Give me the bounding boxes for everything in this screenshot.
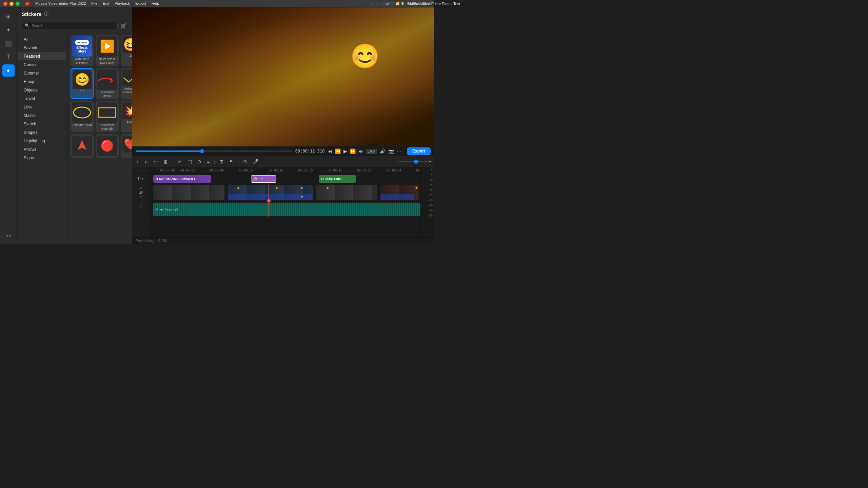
menu-help[interactable]: Help	[152, 1, 159, 6]
skip-end-button[interactable]: ⏭	[358, 148, 363, 154]
divider1	[173, 159, 173, 164]
broll-1[interactable]	[228, 194, 313, 200]
video-more-button[interactable]: ⚙	[140, 195, 142, 198]
video-lock-button[interactable]: 🔊	[139, 191, 143, 194]
sticker-partial3[interactable]: ❤️	[121, 134, 132, 158]
step-back-button[interactable]: ⏪	[335, 148, 341, 154]
maximize-button[interactable]	[16, 2, 20, 6]
timeline-scroll[interactable]: 00:00:00 00:00:03 00:00:06 00:00:09 00:0…	[150, 167, 420, 237]
menu-file[interactable]: File	[92, 1, 98, 6]
zoom-plus-button[interactable]: +	[429, 159, 431, 164]
sticker-store-banner[interactable]: movavi Effects Store Want more stickers?	[71, 35, 94, 66]
ratio-badge[interactable]: 16:9	[366, 149, 377, 154]
sticker-oval[interactable]: Animated oval	[71, 101, 94, 132]
zoom-track[interactable]	[400, 161, 428, 162]
text-track-eye[interactable]: 👁	[141, 177, 144, 181]
cart-icon[interactable]: 🛒	[120, 22, 127, 29]
skip-start-button[interactable]: ⏮	[328, 148, 332, 154]
category-signs[interactable]: Signs	[18, 154, 66, 162]
insert-button[interactable]: ⊞	[218, 158, 225, 165]
sticker-happy[interactable]: 😆 :D	[121, 35, 132, 66]
video-eye-button[interactable]: 👁	[139, 187, 142, 190]
volume-icon[interactable]: 🔊	[380, 148, 386, 154]
menu-app-name[interactable]: Movavi Video Editor Plus 2022	[35, 1, 86, 6]
category-sketch[interactable]: Sketch	[18, 120, 66, 128]
sticker-thumb-store: movavi Effects Store	[72, 36, 92, 57]
broll-2[interactable]	[380, 194, 414, 200]
stickers-body: All Favorites Featured Comics Summer Emo…	[17, 32, 132, 244]
menu-edit[interactable]: Edit	[103, 1, 109, 6]
import-button[interactable]: ⊞	[2, 10, 15, 22]
more-icon[interactable]: ⋯	[397, 148, 401, 154]
category-featured[interactable]: Featured	[18, 52, 66, 60]
sticker-new-store[interactable]: ▶️ NEW sets in Store now!	[96, 35, 119, 66]
category-travel[interactable]: Travel	[18, 95, 66, 103]
clip-face-sticker[interactable]: 😊 ^_^	[251, 175, 276, 183]
crop-button[interactable]: ⬚	[186, 158, 193, 165]
category-favorites[interactable]: Favorites	[18, 44, 66, 52]
menu-apple[interactable]: 🍎	[25, 1, 30, 6]
mic-button[interactable]: 🎤	[251, 158, 260, 165]
sticker-partial2[interactable]: 🔴	[96, 134, 119, 158]
sticker-rect[interactable]: Animated rectangle	[96, 101, 119, 132]
transitions-button[interactable]: ⬛	[2, 37, 15, 49]
redo-button[interactable]: ↪	[153, 158, 159, 165]
play-button[interactable]: ▶	[343, 148, 347, 154]
undo-button[interactable]: ↩	[143, 158, 150, 165]
filters-button[interactable]: ⚏	[2, 229, 15, 241]
flag-button[interactable]: ⚑	[228, 158, 235, 165]
close-button[interactable]	[3, 2, 7, 6]
category-love[interactable]: Love	[18, 103, 66, 111]
category-comics[interactable]: Comics	[18, 61, 66, 69]
sticker-bang[interactable]: 💥 Bang!	[121, 101, 132, 132]
svg-marker-2	[78, 140, 86, 150]
category-masks[interactable]: Masks	[18, 111, 66, 120]
broll-star: ★	[300, 195, 303, 198]
titles-button[interactable]: T	[2, 51, 15, 63]
menu-playback[interactable]: Playback	[115, 1, 130, 6]
minimize-button[interactable]	[9, 2, 14, 6]
category-summer[interactable]: Summer	[18, 69, 66, 77]
step-forward-button[interactable]: ⏩	[350, 148, 356, 154]
effects-button[interactable]: ✦	[2, 24, 15, 36]
category-shapes[interactable]: Shapes	[18, 128, 66, 137]
export-button[interactable]: Export	[407, 147, 431, 155]
db-25: -25	[428, 194, 433, 197]
stickers-info-icon[interactable]: ⓘ	[44, 11, 48, 17]
clip-selfie-title[interactable]: Tt Selfie Time!	[319, 175, 356, 183]
delete-button[interactable]: 🗑	[162, 158, 170, 165]
sticker-partial1[interactable]	[71, 134, 94, 158]
timeline-content: 00:00:00 00:00:03 00:00:06 00:00:09 00:0…	[150, 167, 420, 218]
playhead-top	[267, 199, 271, 203]
video-strip-1[interactable]	[153, 185, 224, 200]
speed-button[interactable]: ⊙	[196, 158, 203, 165]
zoom-minus-button[interactable]: −	[397, 159, 399, 164]
tick-0: 00:00:00	[160, 169, 175, 172]
search-input[interactable]	[32, 24, 115, 28]
sticker-checkmark[interactable]: Animated checkmark	[121, 68, 132, 99]
stickers-button[interactable]: ●	[2, 64, 15, 77]
clip-summer-title[interactable]: Tt MY AMAZING SUMMER I	[153, 175, 211, 183]
category-arrows[interactable]: Arrows	[18, 145, 66, 154]
tick-12: 00:00:12	[269, 169, 283, 172]
zoom-thumb[interactable]	[414, 160, 418, 164]
category-emoji[interactable]: Emoji	[18, 78, 66, 86]
category-objects[interactable]: Objects	[18, 86, 66, 94]
add-track-button[interactable]: +	[135, 158, 140, 165]
video-strip-3[interactable]	[316, 185, 377, 200]
sticker-arrow[interactable]: Animated arrow	[96, 68, 119, 99]
sticker-face-selected[interactable]: 😊 ^_^	[71, 68, 94, 99]
screenshot-icon[interactable]: 📷	[388, 148, 394, 154]
snap-button[interactable]: ⊕	[242, 158, 249, 165]
cut-button[interactable]: ✂	[177, 158, 183, 165]
progress-thumb[interactable]	[200, 149, 204, 153]
tick-21: 00:00:21	[357, 169, 372, 172]
oval-svg	[72, 105, 92, 120]
progress-track[interactable]	[136, 150, 293, 152]
audio-wave[interactable]: bfree_Days.mp3	[153, 203, 420, 216]
category-highlighting[interactable]: Highlighting	[18, 137, 66, 145]
category-all[interactable]: All	[18, 35, 66, 43]
clip-star-3: ★	[300, 186, 303, 190]
menu-export[interactable]: Export	[135, 1, 146, 6]
color-button[interactable]: ≡	[205, 158, 211, 165]
